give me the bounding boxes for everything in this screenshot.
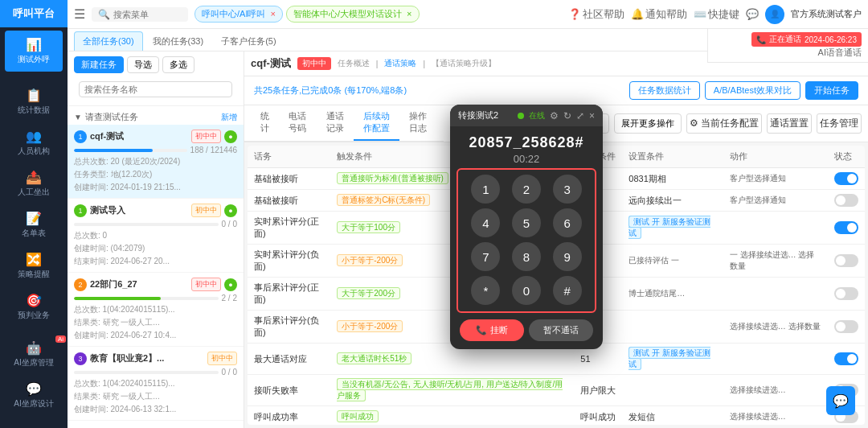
task-number: 1 (74, 204, 87, 217)
cell-action: 一 选择接续进选… 选择数量 (723, 245, 828, 278)
toggle-switch[interactable] (834, 287, 858, 300)
toggle-switch[interactable] (834, 221, 858, 234)
key-4[interactable]: 4 (471, 208, 500, 237)
task-meta3: 创建时间: 2024-06-27 10:4... (74, 330, 237, 341)
new-task-button[interactable]: 新建任务 (74, 56, 124, 73)
sidebar-item-robot[interactable]: 📐 通屏调理器 (0, 422, 68, 428)
settings-icon[interactable]: ⚙ 当前任务配置 (686, 113, 762, 134)
task-name: 22部门6_27 (90, 278, 188, 290)
middle-task-name: cqf-测试 (251, 56, 291, 71)
sidebar-item-names[interactable]: 📝 名单表 (0, 204, 68, 245)
toggle-switch[interactable] (834, 320, 858, 333)
tab-all-tasks[interactable]: 全部任务(30) (74, 31, 143, 51)
stats-btn-task[interactable]: 任务数据统计 (629, 81, 700, 100)
task-status-dot: ● (224, 278, 237, 291)
tab-sub-tasks[interactable]: 子客户任务(5) (213, 32, 284, 51)
stats-btn-abtest[interactable]: A/B/ABtest效果对比 (705, 81, 800, 100)
key-hash[interactable]: # (553, 276, 582, 305)
multi-select-button[interactable]: 多选 (162, 56, 194, 73)
tab-close-icon[interactable]: × (271, 9, 276, 19)
search-input[interactable] (113, 10, 178, 19)
toggle-switch[interactable] (834, 194, 858, 207)
hangup-button[interactable]: 📞 挂断 (460, 319, 524, 341)
key-6[interactable]: 6 (553, 208, 582, 237)
key-0[interactable]: 0 (512, 276, 541, 305)
key-9[interactable]: 9 (553, 242, 582, 271)
cell-cond: 当没有机器/无公告, 无人接听/无机/占用, 用户送达/待入制度/用户服务 (330, 375, 574, 406)
cell-toggle[interactable] (828, 212, 865, 245)
tab-pill-agent[interactable]: 智能体中心/大模型对话设计 × (286, 6, 420, 23)
sidebar-item-predict[interactable]: 🎯 预判业务 (0, 286, 68, 327)
cell-toggle[interactable] (828, 278, 865, 311)
task-search-input[interactable] (79, 81, 232, 97)
task-item[interactable]: 3 教育【职业竟2】... 初中中 0 / 0 总次数: 1(04:202401… (68, 347, 244, 421)
key-3[interactable]: 3 (553, 175, 582, 204)
task-item[interactable]: 2 22部门6_27 初中中 ● 2 / 2 总次数: 1(04:2024015… (68, 273, 244, 347)
phone-close-icon[interactable]: × (589, 110, 595, 121)
call-settings-btn[interactable]: 通话置置 (767, 113, 812, 134)
phone-expand-icon[interactable]: ⤢ (576, 110, 584, 121)
import-button[interactable]: 导选 (127, 56, 159, 73)
sub-tab-stats[interactable]: 统计 (251, 105, 279, 141)
sidebar-item-outbound[interactable]: 📤 人工坐出 (0, 163, 68, 204)
chat-icon[interactable]: 💬 (826, 386, 855, 415)
phone-settings-icon[interactable]: ⚙ (550, 110, 559, 121)
task-counts: 2 / 2 (222, 294, 237, 302)
task-section-title: ▼ 请查测试任务 新增 (68, 106, 244, 125)
cell-trigger: 事后累计评分(负面) (248, 311, 330, 344)
feedback-icon[interactable]: 💬 (746, 8, 759, 20)
key-1[interactable]: 1 (471, 175, 500, 204)
notice-icon[interactable]: 🔔 通知帮助 (631, 7, 687, 22)
task-progress-bar (74, 297, 219, 300)
cell-toggle[interactable] (828, 311, 865, 344)
help-icon[interactable]: ❓ 社区帮助 (568, 7, 624, 22)
tab-close-icon2[interactable]: × (407, 9, 411, 19)
task-item[interactable]: 1 测试导入 初中中 ● 0 / 0 总次数: 0 创建时间: (0 (68, 199, 244, 273)
sidebar-item-ai-manage[interactable]: 🤖 AI坐席管理 Ai (0, 334, 68, 375)
sidebar-item-ai-design[interactable]: 💬 AI坐席设计 (0, 375, 68, 416)
stats-btn-start[interactable]: 开始任务 (805, 81, 858, 100)
sidebar-item-people[interactable]: 👥 人员机构 (0, 122, 68, 163)
sub-tab-log[interactable]: 操作日志 (399, 105, 436, 141)
menu-icon[interactable]: ☰ (74, 6, 85, 22)
quick-icon[interactable]: ⌨️ 快捷键 (694, 7, 739, 22)
sub-tab-phone[interactable]: 电话号码 (279, 105, 316, 141)
cell-cond: 呼叫成功 (330, 406, 574, 426)
col-header-trigger: 话务 (248, 146, 330, 168)
sidebar-item-stats[interactable]: 📋 统计数据 (0, 81, 68, 122)
tab-pills: 呼叫中心/AI呼叫 × 智能体中心/大模型对话设计 × (194, 6, 420, 23)
sidebar-item-task[interactable]: 📊 测试外呼 (5, 31, 63, 72)
phone-refresh-icon[interactable]: ↻ (563, 110, 571, 121)
toggle-switch[interactable] (834, 352, 858, 365)
tab-pill-ai[interactable]: 呼叫中心/AI呼叫 × (194, 6, 283, 23)
phone-overlay: 转接测试2 在线 ⚙ ↻ ⤢ × 20857_258628# 00:22 1 2… (450, 105, 603, 349)
cell-toggle[interactable] (828, 245, 865, 278)
sidebar-item-strategy[interactable]: 🔀 策略提醒 (0, 245, 68, 286)
task-settings-btn[interactable]: 任务管理 (817, 113, 862, 134)
sidebar-item-label: 预判业务 (18, 310, 50, 321)
cell-toggle[interactable] (828, 344, 865, 375)
task-name: 教育【职业竟2】... (90, 352, 204, 364)
toggle-switch[interactable] (834, 254, 858, 267)
search-icon: 🔍 (98, 9, 110, 20)
key-star[interactable]: * (471, 276, 500, 305)
key-8[interactable]: 8 (512, 242, 541, 271)
tab-my-tasks[interactable]: 我的任务(33) (145, 32, 212, 51)
cell-toggle[interactable] (828, 190, 865, 212)
search-box[interactable]: 🔍 (92, 7, 188, 22)
sub-tab-records[interactable]: 通话记录 (317, 105, 354, 141)
task-status-dot: ● (224, 130, 237, 143)
more-btn[interactable]: 展开更多操作 (614, 113, 682, 134)
toggle-switch[interactable] (834, 172, 858, 185)
key-7[interactable]: 7 (471, 242, 500, 271)
task-item[interactable]: 1 cqf-测试 初中中 ● 188 / 121446 总共次数: 20 (最近… (68, 125, 244, 199)
add-task-icon[interactable]: 新增 (221, 112, 237, 123)
key-2[interactable]: 2 (512, 175, 541, 204)
sub-tab-actions[interactable]: 后续动作配置 (354, 105, 400, 141)
hold-button[interactable]: 暂不通话 (529, 319, 593, 341)
task-progress-row: 0 / 0 (74, 220, 237, 228)
key-5[interactable]: 5 (512, 208, 541, 237)
cell-action: 客户型选择通知 (723, 168, 828, 190)
breadcrumb-detail: 通话策略 (384, 58, 416, 69)
cell-toggle[interactable] (828, 168, 865, 190)
